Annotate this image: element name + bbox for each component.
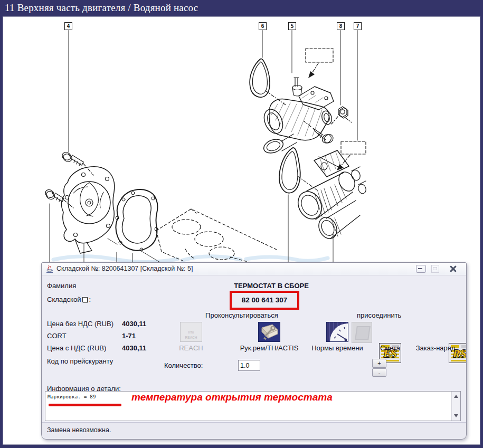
quantity-minus-button[interactable]: -: [372, 368, 386, 377]
callout-5[interactable]: 5: [288, 22, 296, 30]
reach-button[interactable]: Info REACH: [180, 322, 202, 342]
nut-part: [332, 107, 352, 124]
dialog-titlebar[interactable]: Складской №: 8200641307 [Складской №: 5]: [42, 263, 466, 275]
reach-button-label: REACH: [159, 344, 223, 352]
minimize-icon: [416, 265, 426, 273]
o-ring-part: [250, 59, 287, 106]
repair-manual-button[interactable]: [258, 322, 280, 342]
callout-6[interactable]: 6: [259, 22, 267, 30]
window-glyph-icon: [82, 297, 88, 302]
close-icon: [450, 265, 457, 272]
callout-8[interactable]: 8: [337, 22, 345, 30]
pricelist-code-label: Код по прейскуранту: [47, 357, 113, 365]
callout-4[interactable]: 4: [64, 22, 72, 30]
callout-lines: [50, 30, 357, 264]
water-pump-part: [61, 167, 114, 253]
ghost-cube-icon: [355, 326, 371, 340]
quantity-label: Количество:: [164, 361, 203, 369]
sku-colon: :: [89, 296, 91, 303]
price-inc-vat-value: 4030,11: [122, 344, 146, 352]
part-marking-text: Маркировка. = 89: [48, 394, 96, 399]
thermostat-housing-part: [261, 78, 334, 156]
quantity-input[interactable]: [238, 360, 260, 371]
quantity-plus-button[interactable]: +: [372, 359, 386, 368]
close-button[interactable]: [447, 264, 460, 274]
part-number-highlight: 82 00 641 307: [230, 291, 299, 310]
outlet-housing-part: [293, 150, 367, 242]
attach-label: присоединить: [357, 311, 399, 319]
dialog-title: Складской №: 8200641307 [Складской №: 5]: [56, 265, 193, 272]
java-coffee-cup-icon: [45, 265, 54, 273]
repair-manual-label: Рук.рем/TH/ACTIS: [238, 344, 301, 352]
sku-label-text: Складской: [47, 296, 81, 303]
part-detail-dialog: Складской №: 8200641307 [Складской №: 5]…: [41, 262, 467, 440]
gasket-part: [116, 189, 158, 251]
textarea-scrollbar[interactable]: [451, 392, 460, 421]
consult-label: Проконсультироваться: [192, 311, 292, 319]
reach-icon-line1: Info: [188, 330, 194, 334]
scroll-down-icon[interactable]: [454, 414, 458, 417]
manual-wrench-icon: [259, 322, 280, 341]
page-title: 11 Верхняя часть двигателя / Водяной нас…: [0, 0, 483, 16]
scroll-up-icon[interactable]: [454, 395, 458, 398]
sku-label: Складской:: [47, 296, 91, 303]
reference-box: [306, 49, 333, 78]
o-ring-part: [279, 148, 318, 193]
red-underline-annotation: [49, 404, 121, 406]
dialog-status-bar: Замена невозможна.: [42, 422, 466, 439]
work-order-label: Заказ-наряд: [404, 344, 467, 352]
maximize-icon: [431, 265, 439, 273]
part-info-textarea[interactable]: Маркировка. = 89 температура открытия те…: [45, 391, 461, 421]
bolt-part: [61, 151, 93, 175]
minimize-button[interactable]: [414, 264, 427, 274]
name-label: Фамилия: [47, 282, 76, 290]
time-norms-button[interactable]: [326, 322, 348, 342]
cort-label: CORT: [47, 332, 67, 340]
reach-icon-line2: REACH: [185, 336, 197, 339]
disabled-attach-button: [352, 322, 372, 343]
price-ex-vat-value: 4030,11: [122, 320, 146, 328]
watermark: [53, 256, 328, 262]
price-ex-vat-label: Цена без НДС (RUB): [47, 320, 113, 328]
callout-7[interactable]: 7: [354, 22, 362, 30]
cort-value: 1-71: [122, 332, 136, 340]
clock-gauge-icon: [327, 322, 348, 341]
red-annotation-text: температура открытия термостата: [131, 392, 333, 403]
maximize-button[interactable]: [429, 264, 442, 274]
bolt-part: [304, 121, 335, 146]
price-inc-vat-label: Цена с НДС (RUB): [47, 344, 106, 352]
part-name-value: ТЕРМОСТАТ В СБОРЕ: [221, 282, 321, 290]
